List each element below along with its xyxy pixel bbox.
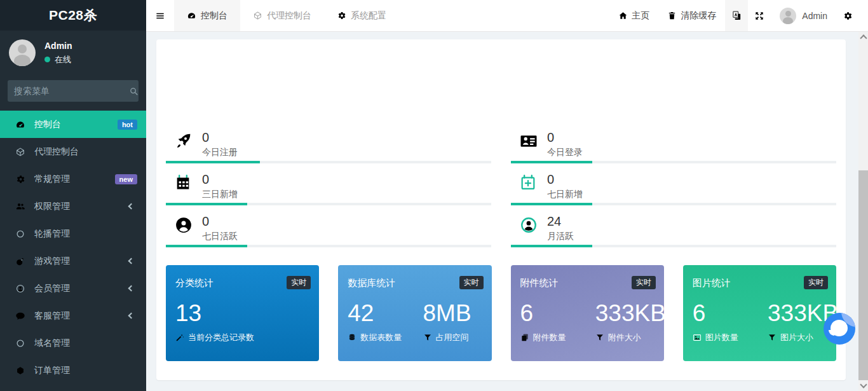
user-name: Admin [44,41,72,51]
menu-search-input[interactable] [14,86,129,96]
user-avatar [9,39,36,66]
gear-icon [337,11,346,20]
card-value-label: 附件数量 [533,332,566,343]
bomb-icon [15,256,26,266]
realtime-badge: 实时 [632,276,656,289]
codepen-icon [253,11,262,20]
sidebar-toggle-button[interactable] [146,0,174,31]
card-category-stats: 分类统计 实时 13 当前分类总记录数 [166,265,319,361]
realtime-badge: 实时 [804,276,828,289]
navbar-user-name: Admin [802,11,827,21]
bars-icon [155,11,165,21]
tab-agent-console[interactable]: 代理控制台 [240,0,324,31]
chat-widget-button[interactable] [824,313,855,345]
card-value: 13 [175,300,309,327]
user-status-label: 在线 [55,54,71,65]
sidebar-item-label: 代理控制台 [34,146,79,158]
card-value-label: 占用空间 [436,332,469,343]
stat-label: 今日注册 [202,147,238,158]
stat-monthly-active: 24 月活跃 [511,211,836,253]
sidebar-item-label: 域名管理 [34,338,70,349]
calendar-plus-icon [519,174,539,191]
language-icon [731,10,742,21]
tab-label: 控制台 [201,10,227,22]
sidebar-item-orders[interactable]: 订单管理 [0,357,146,384]
navbar-right: 主页 清除缓存 Admin [609,0,859,31]
card-value-label: 当前分类总记录数 [188,332,254,343]
sidebar-menu: 控制台 hot 代理控制台 常规管理 new 权限管理 轮播管理 游戏管理 [0,111,146,391]
chevron-left-icon [128,313,135,319]
settings-button[interactable] [836,0,859,31]
card-value: 42 [348,300,423,327]
card-value-label: 图片数量 [705,332,738,343]
chat-bubble-icon [831,320,848,336]
filter-icon [595,333,604,342]
sidebar-search [8,80,139,102]
card-value: 6 [520,300,595,327]
sidebar-item-games[interactable]: 游戏管理 [0,247,146,275]
chevron-left-icon [128,258,135,264]
user-circle-icon [15,284,26,294]
circle-icon [15,338,26,348]
clear-cache-button[interactable]: 清除缓存 [658,0,725,31]
user-menu[interactable]: Admin [771,0,836,31]
stat-label: 月活跃 [547,231,574,242]
user-status: 在线 [44,54,72,65]
stat-progress [511,245,836,247]
language-switch-button[interactable] [725,0,748,31]
sidebar-item-dashboard[interactable]: 控制台 hot [0,111,146,138]
online-dot-icon [44,57,50,62]
scroll-down-arrow-icon[interactable] [860,381,867,388]
chevron-left-icon [128,203,135,210]
trash-icon [667,11,677,20]
tab-dashboard[interactable]: 控制台 [174,0,240,31]
stat-label: 七日活跃 [202,231,238,242]
home-label: 主页 [632,10,649,22]
home-icon [618,11,628,20]
vertical-scrollbar[interactable] [858,32,868,391]
scroll-up-arrow-icon[interactable] [860,34,867,41]
sidebar-item-label: 游戏管理 [34,256,70,267]
stat-value: 0 [202,214,238,228]
realtime-badge: 实时 [287,276,311,289]
sidebar-item-general[interactable]: 常规管理 new [0,165,146,193]
sidebar-item-auth[interactable]: 权限管理 [0,193,146,220]
home-link[interactable]: 主页 [609,0,658,31]
sidebar-item-agent-console[interactable]: 代理控制台 [0,138,146,165]
expand-arrows-icon [754,11,764,21]
fullscreen-button[interactable] [748,0,771,31]
stat-progress [166,203,491,205]
sidebar-item-carousel[interactable]: 轮播管理 [0,220,146,247]
gem-icon [15,366,26,376]
sidebar-item-points-log[interactable]: 积分日志 [0,384,146,391]
tab-system-config[interactable]: 系统配置 [324,0,399,31]
comment-icon [15,311,26,321]
cogs-icon [843,11,853,21]
sidebar-item-label: 常规管理 [34,174,70,185]
database-icon [348,333,356,342]
sidebar-item-support[interactable]: 客服管理 [0,302,146,329]
user-panel: Admin 在线 [0,31,146,74]
wand-icon [175,333,184,342]
card-image-stats: 图片统计 实时 6 图片数量 333KB 图片大小 [683,265,836,361]
sidebar-item-domains[interactable]: 域名管理 [0,329,146,357]
card-database-stats: 数据库统计 实时 42 数据表数量 8MB 占用空间 [338,265,491,361]
filter-icon [423,333,432,342]
stat-label: 三日新增 [202,189,238,200]
summary-cards: 分类统计 实时 13 当前分类总记录数 数据库统计 实时 [166,265,836,361]
tachometer-icon [187,11,196,20]
tab-label: 系统配置 [351,10,386,22]
stat-label: 七日新增 [547,189,583,200]
sidebar-item-members[interactable]: 会员管理 [0,275,146,302]
id-card-icon [519,132,539,151]
dashboard-panel: 0 今日注册 0 今日登录 0 三日新增 [156,39,846,380]
sidebar-item-label: 会员管理 [34,283,70,294]
sidebar-item-label: 订单管理 [34,365,70,376]
stat-today-register: 0 今日注册 [166,127,491,169]
navbar-avatar [780,8,796,24]
scrollbar-thumb[interactable] [858,170,868,380]
brand-logo: PC28杀 [0,0,146,31]
chevron-left-icon [128,285,135,292]
user-outline-icon [519,216,539,235]
circle-icon [15,229,26,239]
